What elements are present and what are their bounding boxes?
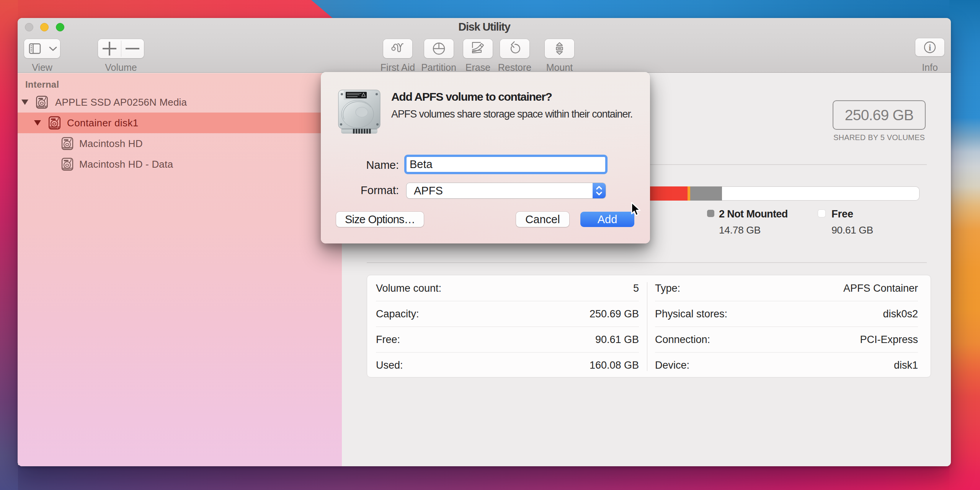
svg-text:i: i	[929, 42, 931, 52]
